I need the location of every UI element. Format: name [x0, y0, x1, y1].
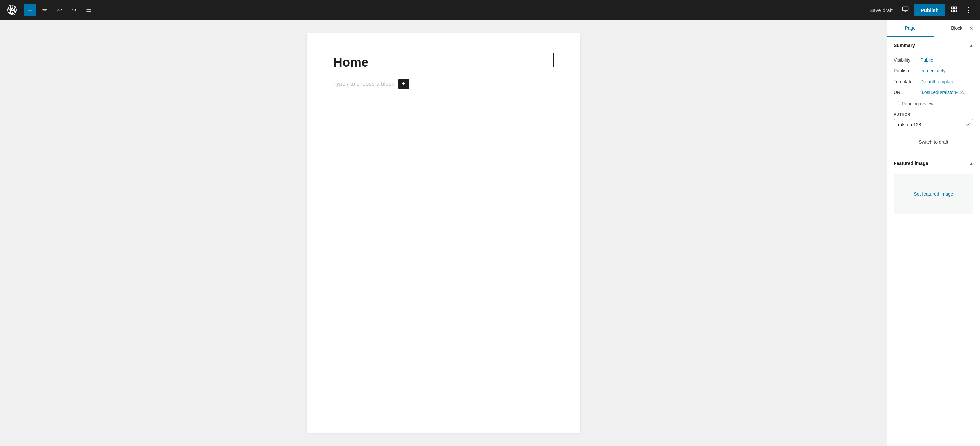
page-title-input[interactable]: Home [333, 55, 551, 70]
summary-section-header[interactable]: Summary ▲ [887, 37, 980, 53]
visibility-row: Visibility Public [894, 55, 973, 65]
template-value[interactable]: Default template [920, 79, 954, 84]
pending-review-label: Pending review [902, 101, 934, 106]
pending-review-row: Pending review [894, 97, 973, 110]
pending-review-checkbox[interactable] [894, 101, 899, 106]
svg-rect-3 [951, 10, 954, 12]
author-select[interactable]: ralston.128 [894, 119, 973, 130]
featured-image-header[interactable]: Featured image ▲ [887, 155, 980, 171]
plus-icon: ＋ [27, 6, 33, 14]
more-options-button[interactable]: ⋮ [963, 4, 975, 16]
url-row: URL u.osu.edu/ralston-12... [894, 87, 973, 97]
publish-value[interactable]: Immediately [920, 68, 945, 73]
editor-content: Home Type / to choose a block + [307, 33, 580, 433]
close-sidebar-button[interactable]: × [967, 24, 976, 33]
edit-button[interactable]: ✏ [39, 4, 51, 16]
visibility-label: Visibility [894, 57, 920, 63]
template-row: Template Default template [894, 76, 973, 87]
tab-page[interactable]: Page [887, 20, 934, 37]
switch-to-draft-button[interactable]: Switch to draft [894, 135, 973, 148]
svg-rect-2 [955, 7, 957, 9]
toolbar: ＋ ✏ ↩ ↪ ☰ Save draft Publish ⋮ [0, 0, 980, 20]
featured-image-title: Featured image [894, 161, 928, 166]
pencil-icon: ✏ [42, 6, 48, 14]
undo-icon: ↩ [57, 6, 62, 14]
save-draft-button[interactable]: Save draft [865, 5, 896, 16]
url-label: URL [894, 89, 920, 95]
wordpress-logo[interactable] [5, 3, 19, 17]
sidebar-tabs: Page Block × [887, 20, 980, 37]
editor-area: Home Type / to choose a block + [0, 20, 886, 446]
list-view-icon: ☰ [86, 6, 91, 14]
undo-button[interactable]: ↩ [53, 4, 65, 16]
summary-section: Summary ▲ Visibility Public Publish Imme… [887, 37, 980, 155]
more-options-icon: ⋮ [965, 6, 972, 14]
sidebar: Page Block × Summary ▲ Visibility Public… [886, 20, 980, 446]
set-featured-image-button[interactable]: Set featured image [894, 174, 973, 214]
redo-icon: ↪ [72, 6, 77, 14]
chevron-up-icon: ▲ [969, 43, 973, 48]
settings-toggle-button[interactable] [948, 4, 960, 16]
block-placeholder-area[interactable]: Type / to choose a block + [333, 78, 554, 89]
featured-image-content: Set featured image [887, 171, 980, 222]
svg-rect-4 [955, 10, 957, 12]
placeholder-text: Type / to choose a block [333, 81, 395, 87]
author-label: AUTHOR [894, 112, 973, 116]
svg-rect-0 [902, 7, 908, 11]
featured-image-section: Featured image ▲ Set featured image [887, 155, 980, 223]
set-featured-image-label: Set featured image [913, 191, 953, 197]
url-value[interactable]: u.osu.edu/ralston-12... [920, 89, 967, 95]
preview-button[interactable] [899, 4, 911, 16]
settings-icon [951, 6, 957, 14]
redo-button[interactable]: ↪ [68, 4, 80, 16]
publish-row: Publish Immediately [894, 65, 973, 76]
preview-icon [902, 6, 908, 14]
list-view-button[interactable]: ☰ [83, 4, 95, 16]
add-block-icon: + [402, 80, 406, 88]
publish-button[interactable]: Publish [914, 4, 945, 16]
summary-title: Summary [894, 43, 915, 48]
template-label: Template [894, 79, 920, 84]
publish-label: Publish [894, 68, 920, 73]
add-block-toolbar-button[interactable]: ＋ [24, 4, 36, 16]
main-layout: Home Type / to choose a block + Page Blo… [0, 20, 980, 446]
featured-chevron-up-icon: ▲ [969, 161, 973, 166]
visibility-value[interactable]: Public [920, 57, 933, 63]
add-block-button[interactable]: + [398, 78, 409, 89]
svg-rect-1 [951, 7, 954, 9]
summary-content: Visibility Public Publish Immediately Te… [887, 53, 980, 155]
